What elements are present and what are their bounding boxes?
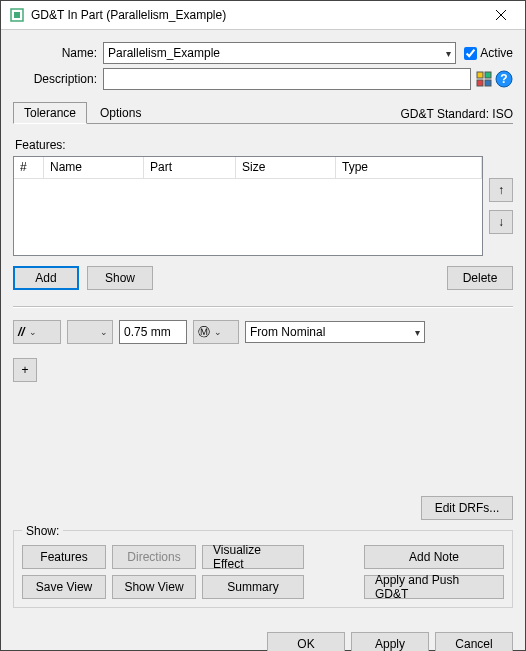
close-button[interactable] (478, 1, 523, 29)
move-up-button[interactable]: ↑ (489, 178, 513, 202)
name-combo[interactable]: Parallelism_Example ▾ (103, 42, 456, 64)
chevron-down-icon: ▾ (415, 327, 420, 338)
help-icon[interactable]: ? (495, 70, 513, 88)
apply-push-button[interactable]: Apply and Push GD&T (364, 575, 504, 599)
directions-button[interactable]: Directions (112, 545, 196, 569)
show-grid: Features Directions Visualize Effect Add… (22, 545, 504, 599)
move-down-button[interactable]: ↓ (489, 210, 513, 234)
description-icons: ? (475, 70, 513, 88)
tab-tolerance[interactable]: Tolerance (13, 102, 87, 124)
ok-button[interactable]: OK (267, 632, 345, 651)
features-table-head: # Name Part Size Type (14, 157, 482, 179)
features-button[interactable]: Features (22, 545, 106, 569)
name-row: Name: Parallelism_Example ▾ Active (13, 42, 513, 64)
chevron-down-icon: ▾ (446, 48, 451, 59)
add-button[interactable]: Add (13, 266, 79, 290)
content-area: Name: Parallelism_Example ▾ Active Descr… (1, 30, 525, 620)
name-value: Parallelism_Example (108, 46, 220, 60)
standard-label: GD&T Standard: ISO (401, 107, 514, 124)
cancel-button[interactable]: Cancel (435, 632, 513, 651)
arrow-up-icon: ↑ (498, 183, 504, 197)
svg-rect-6 (477, 80, 483, 86)
active-checkbox[interactable]: Active (464, 46, 513, 60)
dialog-window: GD&T In Part (Parallelism_Example) Name:… (0, 0, 526, 651)
modifier-icon: Ⓜ (198, 324, 210, 341)
col-num[interactable]: # (14, 157, 44, 179)
features-table[interactable]: # Name Part Size Type (13, 156, 483, 256)
app-icon (9, 7, 25, 23)
grid-icon[interactable] (475, 70, 493, 88)
svg-rect-5 (485, 72, 491, 78)
tab-options[interactable]: Options (89, 102, 152, 124)
window-title: GD&T In Part (Parallelism_Example) (31, 8, 478, 22)
apply-button[interactable]: Apply (351, 632, 429, 651)
reorder-buttons: ↑ ↓ (489, 156, 513, 256)
add-note-button[interactable]: Add Note (364, 545, 504, 569)
summary-button[interactable]: Summary (202, 575, 304, 599)
features-buttons: Add Show Delete (13, 266, 513, 290)
show-view-button[interactable]: Show View (112, 575, 196, 599)
features-group: Features: # Name Part Size Type ↑ ↓ (13, 132, 513, 520)
delete-button[interactable]: Delete (447, 266, 513, 290)
description-input[interactable] (103, 68, 471, 90)
reference-value: From Nominal (250, 325, 325, 339)
col-part[interactable]: Part (144, 157, 236, 179)
arrow-down-icon: ↓ (498, 215, 504, 229)
edit-drfs-button[interactable]: Edit DRFs... (421, 496, 513, 520)
tab-strip: Tolerance Options GD&T Standard: ISO (13, 102, 513, 124)
name-label: Name: (13, 46, 103, 60)
col-type[interactable]: Type (336, 157, 482, 179)
titlebar: GD&T In Part (Parallelism_Example) (1, 1, 525, 30)
edit-drfs-row: Edit DRFs... (13, 496, 513, 520)
active-checkbox-input[interactable] (464, 47, 477, 60)
features-table-wrap: # Name Part Size Type ↑ ↓ (13, 156, 513, 256)
zone-select[interactable]: ⌄ (67, 320, 113, 344)
add-frame-button[interactable]: + (13, 358, 37, 382)
tolerance-value[interactable]: 0.75 mm (119, 320, 187, 344)
active-label: Active (480, 46, 513, 60)
svg-text:?: ? (500, 72, 507, 86)
description-label: Description: (13, 72, 103, 86)
separator (13, 306, 513, 308)
tolerance-row: // ⌄ ⌄ 0.75 mm Ⓜ ⌄ From Nominal ▾ (13, 320, 513, 344)
chevron-down-icon: ⌄ (100, 327, 108, 337)
svg-rect-1 (14, 12, 20, 18)
save-view-button[interactable]: Save View (22, 575, 106, 599)
show-button[interactable]: Show (87, 266, 153, 290)
features-title: Features: (15, 138, 513, 152)
modifier-select[interactable]: Ⓜ ⌄ (193, 320, 239, 344)
symbol-select[interactable]: // ⌄ (13, 320, 61, 344)
visualize-effect-button[interactable]: Visualize Effect (202, 545, 304, 569)
parallelism-icon: // (18, 325, 25, 339)
description-row: Description: ? (13, 68, 513, 90)
svg-rect-4 (477, 72, 483, 78)
chevron-down-icon: ⌄ (214, 327, 222, 337)
svg-rect-7 (485, 80, 491, 86)
reference-select[interactable]: From Nominal ▾ (245, 321, 425, 343)
dialog-buttons: OK Apply Cancel (1, 620, 525, 651)
show-group: Show: Features Directions Visualize Effe… (13, 530, 513, 608)
chevron-down-icon: ⌄ (29, 327, 37, 337)
col-name[interactable]: Name (44, 157, 144, 179)
col-size[interactable]: Size (236, 157, 336, 179)
show-title: Show: (22, 524, 63, 538)
